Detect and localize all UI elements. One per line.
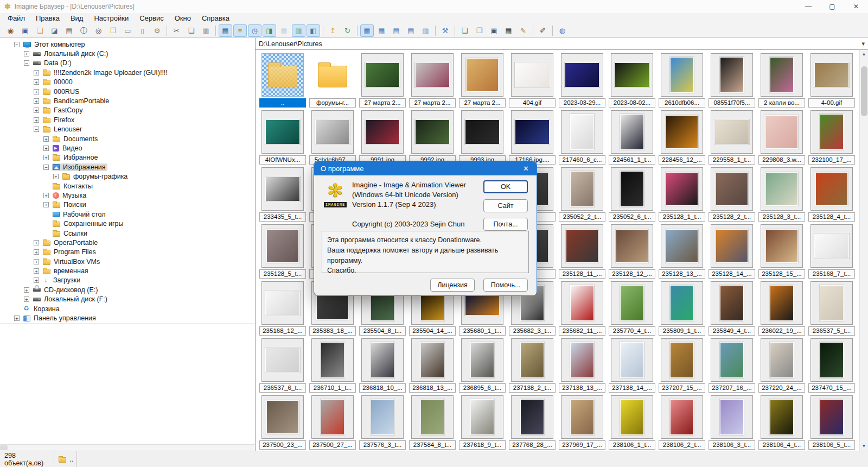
info-button[interactable]: ⓘ xyxy=(77,24,91,37)
thumbnail-cell[interactable]: 238106_5_t... xyxy=(807,393,857,450)
tree-pane-button[interactable]: ≡ xyxy=(233,24,247,37)
thumbnail-cell[interactable]: 5ebdc6b97... xyxy=(308,108,358,165)
thumbnail-cell[interactable]: 229558_1_t... xyxy=(707,108,757,165)
open-button[interactable]: ❏ xyxy=(33,24,47,37)
ok-button[interactable]: OK xyxy=(483,180,528,193)
thumbnail-cell[interactable]: 235128_4_t... xyxy=(807,165,857,222)
edit-button[interactable]: ✎ xyxy=(516,24,530,37)
tree-item[interactable]: −Этот компьютер xyxy=(0,40,255,49)
thumbnail-cell[interactable]: 236022_19_... xyxy=(757,279,807,336)
tree-item[interactable]: +OperaPortable xyxy=(0,238,255,247)
thumbnail-cell[interactable]: 2023-03-29... xyxy=(557,51,607,108)
thumbnail-cell[interactable]: 238106_4_t... xyxy=(757,393,807,450)
thumbnail-cell[interactable]: 17166.jpg.... xyxy=(507,108,557,165)
maximize-button[interactable]: ▢ xyxy=(820,0,844,13)
refresh-button[interactable]: ↻ xyxy=(341,24,354,37)
paste-button[interactable]: ▥ xyxy=(199,24,213,37)
scroll-down-icon[interactable]: ▼ xyxy=(860,442,868,451)
thumbnail-cell[interactable]: 9991.jpg xyxy=(358,108,407,165)
tree-item[interactable]: +000RUS xyxy=(0,87,255,96)
tree-toggle-icon[interactable]: − xyxy=(24,60,29,66)
mail-button[interactable]: Почта... xyxy=(483,218,528,231)
menu-item-1[interactable]: Правка xyxy=(30,13,65,24)
view-details-button[interactable]: ▥ xyxy=(419,24,432,37)
dialog-close-icon[interactable]: ✕ xyxy=(521,165,531,173)
thumbnail-cell[interactable]: 235682_11_... xyxy=(557,279,607,336)
print-button[interactable]: ▤ xyxy=(62,24,76,37)
thumbnail-cell[interactable]: 404.gif xyxy=(507,51,557,108)
tree-toggle-icon[interactable]: − xyxy=(14,42,20,47)
delete-button[interactable]: ▯ xyxy=(136,24,149,37)
thumbnail-cell[interactable]: 238106_3_t... xyxy=(707,393,757,450)
tree-toggle-icon[interactable]: + xyxy=(34,108,39,113)
tree-toggle-icon[interactable]: + xyxy=(53,174,59,179)
thumbnail-cell[interactable]: 237138_13_... xyxy=(557,336,607,393)
thumbnail-cell[interactable]: 237220_24_... xyxy=(757,336,807,393)
view-thumbs-button[interactable]: ▦ xyxy=(375,24,388,37)
thumbnail-cell[interactable]: 2023-08-02... xyxy=(607,51,657,108)
close-button[interactable]: ✕ xyxy=(844,0,868,13)
thumbnail-cell[interactable]: 235128_13_... xyxy=(657,222,707,279)
tree-item[interactable]: +CD-дисковод (E:) xyxy=(0,285,255,294)
view-button[interactable]: ◉ xyxy=(4,24,17,37)
thumbnail-cell[interactable]: 237207_16_... xyxy=(707,336,757,393)
tree-toggle-icon[interactable]: + xyxy=(43,202,49,207)
menu-item-2[interactable]: Вид xyxy=(65,13,89,24)
site-button[interactable]: Сайт xyxy=(483,199,528,212)
thumbnail-cell[interactable]: 235128_11_... xyxy=(557,222,607,279)
donate-help-button[interactable]: Помочь... xyxy=(483,279,528,292)
thumbnail-cell[interactable]: 237138_14_... xyxy=(607,336,657,393)
thumbnail-cell[interactable]: 235770_4_t... xyxy=(607,279,657,336)
tree-item[interactable]: +Локальный диск (F:) xyxy=(0,295,255,304)
horizontal-scrollbar[interactable] xyxy=(0,444,255,451)
add-images-button[interactable]: ❏ xyxy=(458,24,471,37)
tree-toggle-icon[interactable]: + xyxy=(34,249,39,255)
tree-toggle-icon[interactable]: + xyxy=(34,240,39,245)
thumbnail-cell[interactable]: 237138_2_t... xyxy=(507,336,557,393)
view-list-button[interactable]: ▤ xyxy=(404,24,418,37)
dropdown-icon[interactable]: ▾ xyxy=(861,40,865,47)
tree-item[interactable]: −Lenouser xyxy=(0,125,255,134)
thumbnail-cell[interactable]: 237470_15_... xyxy=(807,336,857,393)
rename-button[interactable]: ▭ xyxy=(121,24,135,37)
grid-button[interactable]: ▦ xyxy=(277,24,291,37)
thumbnail-cell[interactable]: 224561_1_t... xyxy=(607,108,657,165)
thumbnail-cell[interactable]: 238106_1_t... xyxy=(607,393,657,450)
tree-item[interactable]: −Data (D:) xyxy=(0,59,255,68)
tree-item[interactable]: +Загрузки xyxy=(0,276,255,285)
tree-item[interactable]: Сохраненные игры xyxy=(0,219,255,228)
thumbnail-cell[interactable]: 235849_4_t... xyxy=(707,279,757,336)
tree-item[interactable]: +BandicamPortable xyxy=(0,96,255,105)
thumbnail-cell[interactable]: 217460_6_c... xyxy=(557,108,607,165)
tree-item[interactable]: −Изображения xyxy=(0,162,255,172)
tree-item[interactable]: Корзина xyxy=(0,304,255,313)
tree-item[interactable]: +Панель управления xyxy=(0,313,255,323)
tree-item[interactable]: Ссылки xyxy=(0,229,255,238)
folder-up-button[interactable]: ↥ xyxy=(326,24,340,37)
thumbnail-cell[interactable]: 235128_12_... xyxy=(607,222,657,279)
tree-item[interactable]: +VirtualBox VMs xyxy=(0,257,255,266)
thumbnail-cell[interactable]: форумы-г... xyxy=(308,51,358,108)
tree-item[interactable]: +Видео xyxy=(0,143,255,153)
page-pane-button[interactable]: ▥ xyxy=(292,24,305,37)
history-pane-button[interactable]: ◷ xyxy=(248,24,261,37)
tree-item[interactable]: +Documents xyxy=(0,134,255,143)
menu-item-0[interactable]: Файл xyxy=(2,13,30,24)
menu-item-6[interactable]: Справка xyxy=(196,13,235,24)
cut-button[interactable]: ✂ xyxy=(170,24,183,37)
filmstrip-pane-button[interactable]: ◧ xyxy=(307,24,320,37)
tree-item[interactable]: +FastCopy xyxy=(0,106,255,115)
thumbnail-cell[interactable]: 236537_6_t... xyxy=(258,336,308,393)
thumbnail-cell[interactable]: 238106_2_t... xyxy=(657,393,707,450)
thumbnail-cell[interactable]: 4-00.gif xyxy=(807,51,857,108)
scroll-up-icon[interactable]: ▲ xyxy=(860,50,868,59)
tree-item[interactable]: +Program Files xyxy=(0,248,255,257)
screenshot-button[interactable]: ▣ xyxy=(487,24,501,37)
tree-item[interactable]: +Firefox xyxy=(0,115,255,124)
license-button[interactable]: Лицензия xyxy=(430,279,475,292)
tools-button[interactable]: ⚒ xyxy=(438,24,452,37)
minimize-button[interactable]: — xyxy=(796,0,820,13)
thumbnail-cell[interactable]: 236537_5_t... xyxy=(807,279,857,336)
tree-toggle-icon[interactable]: + xyxy=(34,259,39,264)
thumbnail-cell[interactable]: 4IOfWNUx... xyxy=(258,108,308,165)
